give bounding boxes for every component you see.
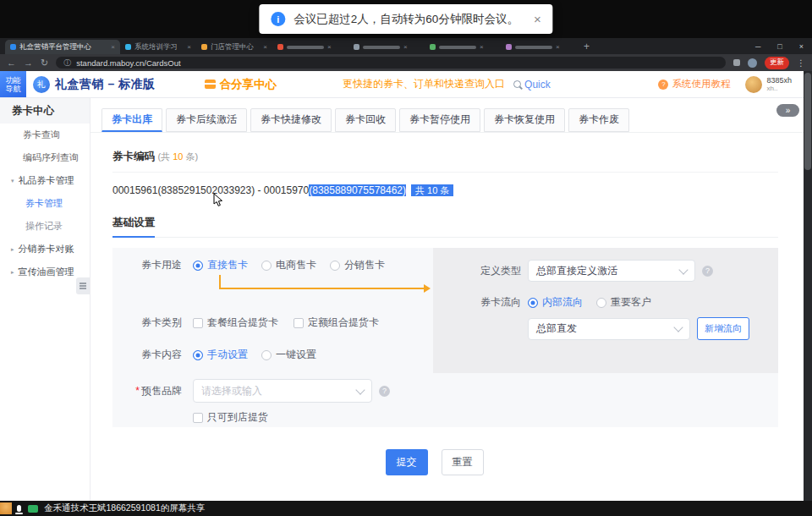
share-center-link[interactable]: 合分享中心	[205, 77, 277, 92]
sidebar-collapse-handle[interactable]	[76, 277, 90, 294]
sidebar-group-gift-card[interactable]: ▾ 礼品券卡管理	[0, 169, 90, 192]
chevron-down-icon	[678, 265, 688, 274]
submit-button[interactable]: 提交	[386, 449, 428, 475]
tab-favicon	[354, 44, 359, 50]
radio-direct-sale[interactable]: 直接售卡	[193, 258, 248, 272]
toast-close-icon[interactable]: ×	[534, 12, 541, 26]
back-icon[interactable]: ←	[7, 58, 16, 68]
forward-icon[interactable]: →	[24, 58, 33, 68]
mouse-cursor	[213, 193, 223, 207]
maximize-icon[interactable]: □	[769, 42, 790, 51]
tab-close-icon[interactable]: ×	[327, 43, 332, 51]
sidebar-item-card-manage[interactable]: 券卡管理	[0, 192, 90, 215]
new-tab-button[interactable]: +	[584, 41, 590, 52]
info-icon: i	[271, 12, 285, 26]
radio-important-customer[interactable]: 重要客户	[596, 295, 651, 310]
page-scrollbar[interactable]	[804, 71, 812, 501]
update-badge[interactable]: 更新	[765, 57, 789, 69]
extensions-icon[interactable]	[733, 59, 740, 66]
tab-close-icon[interactable]: ×	[187, 43, 191, 51]
menu-icon[interactable]: ⋮	[797, 58, 805, 68]
browser-tab[interactable]: ×	[425, 40, 501, 54]
tab-close-icon[interactable]: ×	[480, 43, 484, 51]
add-flow-button[interactable]: 新增流向	[697, 317, 749, 340]
selected-code-text: (8385889075578462)	[309, 184, 406, 196]
checkbox-combo-card[interactable]: 套餐组合提货卡	[193, 316, 278, 330]
tab-title: 礼盒营销平台管理中心	[19, 42, 107, 52]
main-tab[interactable]: 券卡出库	[102, 108, 162, 132]
function-nav-toggle[interactable]: 功能 导航	[0, 71, 26, 97]
define-type-select[interactable]: 总部直接定义激活	[528, 260, 695, 282]
category-label: 券卡类别	[131, 316, 182, 330]
chevron-down-icon: ▾	[11, 178, 14, 184]
screen-share-icon	[28, 505, 38, 513]
tutorial-link[interactable]: ? 系统使用教程	[658, 78, 730, 91]
window-close-icon[interactable]: ×	[791, 42, 812, 51]
radio-ecommerce-sale[interactable]: 电商售卡	[261, 258, 316, 272]
tab-close-icon[interactable]: ×	[556, 43, 560, 51]
tab-title-placeholder	[439, 46, 476, 49]
radio-internal-flow[interactable]: 内部流向	[528, 295, 583, 310]
question-icon[interactable]: ?	[702, 266, 713, 277]
sidebar-group-distribution[interactable]: ▸ 分销券卡对账	[0, 238, 90, 261]
main-tab[interactable]: 券卡后续激活	[166, 108, 247, 132]
brand-row: *预售品牌 请选择或输入 ?	[131, 379, 390, 403]
browser-tab-strip: 礼盒营销平台管理中心 × 系统培训学习 × 门店管理中心 × × × ×	[0, 38, 812, 54]
radio-icon	[261, 350, 272, 360]
browser-tab[interactable]: ×	[348, 40, 425, 54]
flow-arrow	[219, 288, 424, 289]
basic-settings-form: 券卡用途 直接售卡 电商售卡 分销售卡	[112, 248, 778, 427]
usage-label: 券卡用途	[131, 258, 182, 272]
app-header: 功能 导航 礼 礼盒营销 – 标准版 合分享中心 更快捷的券卡、订单和快递查询入…	[0, 71, 804, 98]
panel-collapse-button[interactable]: »	[776, 104, 799, 117]
reload-icon[interactable]: ↻	[41, 58, 48, 68]
quick-search-link[interactable]: Quick	[513, 79, 551, 91]
scrollbar-thumb[interactable]	[804, 73, 811, 170]
tab-title: 门店管理中心	[211, 42, 260, 52]
checkbox-fixed-combo-card[interactable]: 定额组合提货卡	[294, 316, 379, 330]
sidebar-item-operation-log[interactable]: 操作记录	[0, 215, 90, 238]
browser-tab[interactable]: ×	[501, 40, 577, 54]
browser-toolbar: ← → ↻ ⓘ standard.maboy.cn/CardsOut 更新 ⋮	[0, 54, 812, 71]
web-app: 功能 导航 礼 礼盒营销 – 标准版 合分享中心 更快捷的券卡、订单和快递查询入…	[0, 71, 804, 501]
minimize-icon[interactable]: ─	[747, 42, 769, 51]
question-icon[interactable]: ?	[379, 386, 390, 397]
sidebar-item-card-query[interactable]: 券卡查询	[0, 124, 90, 146]
sidebar-item-sequence-query[interactable]: 编码序列查询	[0, 146, 90, 169]
tab-close-icon[interactable]: ×	[403, 43, 408, 51]
flow-select[interactable]: 总部直发	[528, 318, 690, 340]
main-tab[interactable]: 券卡暂停使用	[399, 108, 480, 132]
main-tab[interactable]: 券卡作废	[568, 108, 629, 132]
tab-favicon	[430, 44, 436, 50]
microphone-icon[interactable]	[17, 505, 21, 512]
main-tab[interactable]: 券卡恢复使用	[484, 108, 565, 132]
browser-tab[interactable]: 礼盒营销平台管理中心 ×	[5, 40, 120, 54]
screen-share-text: 金禾通技术王斌18662591081的屏幕共享	[44, 502, 205, 514]
profile-avatar[interactable]	[748, 58, 757, 68]
codes-section-title: 券卡编码 (共 10 条)	[112, 150, 804, 164]
main-tab[interactable]: 券卡回收	[335, 108, 396, 132]
main-tab[interactable]: 券卡快捷修改	[250, 108, 332, 132]
main-tab-bar: 券卡出库 券卡后续激活 券卡快捷修改 券卡回收 券卡暂停使用 券卡恢复使用 券卡…	[102, 108, 804, 132]
url-text: standard.maboy.cn/CardsOut	[76, 58, 180, 68]
checkbox-store-pickup-only[interactable]: 只可到店提货	[193, 410, 268, 425]
user-sub: xh..	[766, 85, 792, 93]
browser-tab[interactable]: ×	[272, 40, 348, 54]
category-row: 券卡类别 套餐组合提货卡 定额组合提货卡	[131, 316, 394, 330]
site-info-icon[interactable]: ⓘ	[63, 58, 71, 69]
tab-close-icon[interactable]: ×	[111, 43, 115, 51]
user-menu[interactable]: 8385xh xh..	[745, 76, 792, 93]
radio-icon	[596, 298, 606, 308]
brand-select[interactable]: 请选择或输入	[193, 379, 372, 403]
radio-onekey-setting[interactable]: 一键设置	[261, 348, 316, 362]
promo-text: 更快捷的券卡、订单和快递查询入口	[343, 77, 505, 91]
address-bar[interactable]: ⓘ standard.maboy.cn/CardsOut	[56, 57, 726, 69]
hamburger-icon	[80, 285, 86, 287]
browser-tab[interactable]: 系统培训学习 ×	[120, 40, 196, 54]
radio-distribution-sale[interactable]: 分销售卡	[330, 258, 385, 272]
browser-tab[interactable]: 门店管理中心 ×	[196, 40, 272, 54]
tab-favicon	[506, 44, 512, 50]
radio-manual-setting[interactable]: 手动设置	[193, 348, 248, 362]
tab-close-icon[interactable]: ×	[263, 43, 267, 51]
reset-button[interactable]: 重置	[442, 449, 484, 475]
